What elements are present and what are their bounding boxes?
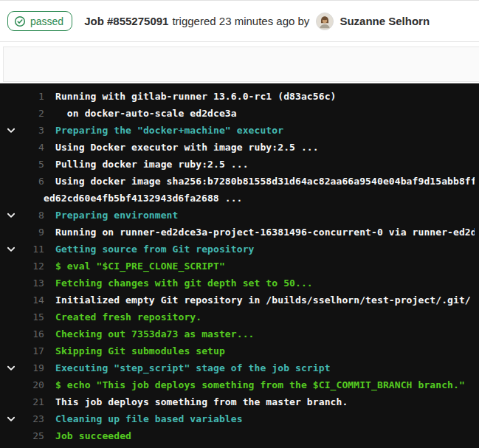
chevron-down-icon[interactable] bbox=[0, 211, 18, 220]
log-line-number[interactable]: 15 bbox=[18, 309, 44, 325]
log-line-text: Fetching changes with git depth set to 5… bbox=[55, 275, 475, 292]
job-header: passed Job #855275091 triggered 23 minut… bbox=[0, 1, 479, 42]
log-line: ed62cd60e4fb5bf4132943d6fa2688 ... bbox=[0, 190, 475, 207]
status-badge[interactable]: passed bbox=[7, 11, 72, 31]
log-line: 16Checking out 7353da73 as master... bbox=[0, 325, 475, 342]
log-line-text: Preparing environment bbox=[55, 207, 475, 224]
log-line-number[interactable]: 11 bbox=[18, 241, 44, 258]
log-line-text: Cleaning up file based variables bbox=[55, 410, 475, 427]
chevron-down-icon[interactable] bbox=[0, 245, 18, 254]
log-line: 8Preparing environment bbox=[0, 207, 475, 224]
job-meta: Job #855275091 triggered 23 minutes ago … bbox=[84, 13, 430, 30]
log-line-text: on docker-auto-scale ed2dce3a bbox=[55, 105, 475, 122]
log-line-text: Job succeeded bbox=[55, 427, 475, 444]
log-line-text: Created fresh repository. bbox=[55, 309, 475, 325]
status-badge-label: passed bbox=[30, 15, 63, 27]
log-toolbar bbox=[3, 46, 479, 82]
log-line-number[interactable]: 21 bbox=[18, 393, 44, 410]
chevron-down-icon[interactable] bbox=[0, 126, 18, 135]
log-line-text: Using Docker executor with image ruby:2.… bbox=[55, 139, 475, 156]
log-line: 2 on docker-auto-scale ed2dce3a bbox=[0, 105, 475, 122]
log-line-number[interactable]: 12 bbox=[18, 258, 44, 275]
log-line-text: Initialized empty Git repository in /bui… bbox=[55, 292, 475, 309]
log-line: 4Using Docker executor with image ruby:2… bbox=[0, 139, 475, 156]
log-line: 25Job succeeded bbox=[0, 427, 475, 444]
log-line: 19Executing "step_script" stage of the j… bbox=[0, 359, 475, 376]
log-line-text: Skipping Git submodules setup bbox=[55, 342, 475, 359]
log-line-text: ed62cd60e4fb5bf4132943d6fa2688 ... bbox=[44, 190, 475, 207]
log-line-text: Using docker image sha256:b7280b81558d31… bbox=[55, 173, 475, 190]
log-line: 11Getting source from Git repository bbox=[0, 241, 475, 258]
log-line: 6Using docker image sha256:b7280b81558d3… bbox=[0, 173, 475, 190]
log-line-number[interactable]: 1 bbox=[18, 88, 44, 105]
log-line-number[interactable]: 8 bbox=[18, 207, 44, 224]
log-line-number[interactable]: 4 bbox=[18, 139, 44, 156]
log-line-number[interactable]: 5 bbox=[18, 156, 44, 173]
log-line-number[interactable]: 3 bbox=[18, 122, 44, 139]
user-name[interactable]: Suzanne Selhorn bbox=[340, 15, 430, 27]
log-line: 12$ eval "$CI_PRE_CLONE_SCRIPT" bbox=[0, 258, 475, 275]
trigger-text: triggered 23 minutes ago by bbox=[172, 15, 309, 27]
chevron-down-icon[interactable] bbox=[0, 364, 18, 373]
log-line: 13Fetching changes with git depth set to… bbox=[0, 275, 475, 292]
log-line: 17Skipping Git submodules setup bbox=[0, 342, 475, 359]
log-line-number[interactable]: 2 bbox=[18, 105, 44, 122]
log-line: 15Created fresh repository. bbox=[0, 309, 475, 325]
log-line-text: Getting source from Git repository bbox=[55, 241, 475, 258]
log-line: 20$ echo "This job deploys something fro… bbox=[0, 376, 475, 393]
job-id: Job #855275091 bbox=[84, 15, 168, 27]
log-line: 5Pulling docker image ruby:2.5 ... bbox=[0, 156, 475, 173]
job-log: 1Running with gitlab-runner 13.6.0-rc1 (… bbox=[0, 83, 479, 448]
log-line-text: Pulling docker image ruby:2.5 ... bbox=[55, 156, 475, 173]
log-line-text: Executing "step_script" stage of the job… bbox=[55, 359, 475, 376]
log-line-text: Running on runner-ed2dce3a-project-16381… bbox=[55, 224, 475, 241]
log-line: 14Initialized empty Git repository in /b… bbox=[0, 292, 475, 309]
chevron-down-icon[interactable] bbox=[0, 415, 18, 424]
log-line-number[interactable]: 20 bbox=[18, 376, 44, 393]
log-line-text: Checking out 7353da73 as master... bbox=[55, 325, 475, 342]
log-line: 9Running on runner-ed2dce3a-project-1638… bbox=[0, 224, 475, 241]
log-line-number[interactable]: 25 bbox=[18, 427, 44, 444]
user-avatar[interactable] bbox=[316, 13, 334, 30]
log-line-number[interactable]: 17 bbox=[18, 342, 44, 359]
log-line-text: Preparing the "docker+machine" executor bbox=[55, 122, 475, 139]
log-line-number[interactable]: 16 bbox=[18, 325, 44, 342]
log-line-text: This job deploys something from the mast… bbox=[55, 393, 475, 410]
log-line-number[interactable]: 6 bbox=[18, 173, 44, 190]
log-line: 3Preparing the "docker+machine" executor bbox=[0, 122, 475, 139]
log-line: 21This job deploys something from the ma… bbox=[0, 393, 475, 410]
log-line-number[interactable]: 23 bbox=[18, 410, 44, 427]
log-line-number[interactable]: 14 bbox=[18, 292, 44, 309]
log-line: 1Running with gitlab-runner 13.6.0-rc1 (… bbox=[0, 88, 475, 105]
log-line-number[interactable]: 13 bbox=[18, 275, 44, 292]
log-line-number[interactable]: 9 bbox=[18, 224, 44, 241]
log-line-text: Running with gitlab-runner 13.6.0-rc1 (d… bbox=[55, 88, 475, 105]
log-line-text: $ eval "$CI_PRE_CLONE_SCRIPT" bbox=[55, 258, 475, 275]
check-circle-icon bbox=[14, 15, 26, 27]
log-line-text: $ echo "This job deploys something from … bbox=[55, 376, 475, 393]
log-line: 23Cleaning up file based variables bbox=[0, 410, 475, 427]
log-line-number[interactable]: 19 bbox=[18, 359, 44, 376]
